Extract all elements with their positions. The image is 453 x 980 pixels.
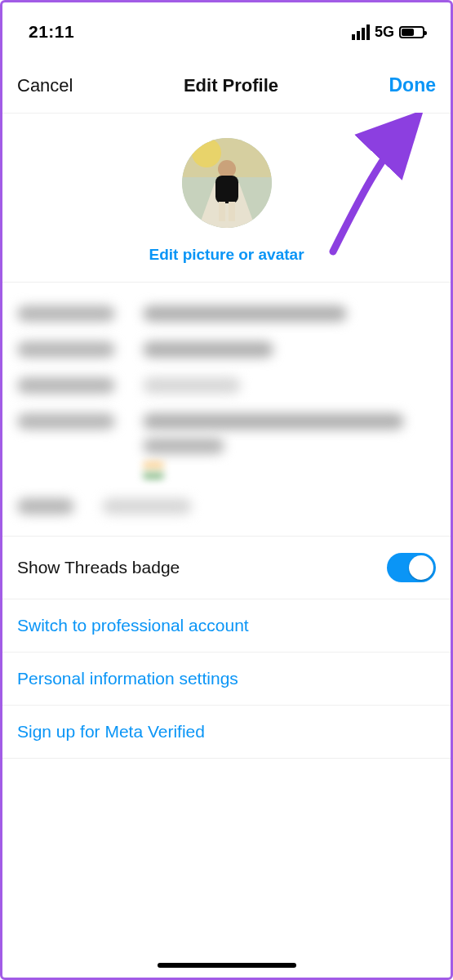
field-row[interactable] — [17, 332, 436, 368]
battery-icon — [399, 26, 424, 38]
row-threads-badge: Show Threads badge — [2, 537, 451, 599]
svg-rect-7 — [215, 176, 238, 203]
home-indicator[interactable] — [158, 963, 296, 968]
nav-bar: Cancel Edit Profile Done — [2, 55, 451, 114]
status-bar: 21:11 5G — [2, 2, 451, 55]
page-title: Edit Profile — [184, 75, 278, 96]
row-switch-professional[interactable]: Switch to professional account — [2, 599, 451, 653]
avatar[interactable] — [182, 138, 272, 228]
field-row[interactable] — [17, 488, 436, 524]
cancel-button[interactable]: Cancel — [17, 75, 73, 96]
network-label: 5G — [375, 24, 394, 41]
avatar-image — [182, 138, 272, 228]
svg-rect-9 — [229, 202, 235, 221]
status-time: 21:11 — [29, 22, 74, 42]
edit-picture-link[interactable]: Edit picture or avatar — [2, 246, 451, 264]
row-label: Switch to professional account — [17, 616, 249, 635]
screen-frame: 21:11 5G Cancel Edit Profile Done — [0, 0, 453, 980]
row-label: Show Threads badge — [17, 558, 180, 577]
field-row[interactable] — [17, 296, 436, 332]
svg-point-3 — [192, 138, 221, 167]
profile-fields-redacted — [2, 283, 451, 537]
row-personal-info[interactable]: Personal information settings — [2, 653, 451, 706]
field-row[interactable] — [17, 368, 436, 403]
row-label: Sign up for Meta Verified — [17, 722, 205, 742]
done-button[interactable]: Done — [389, 74, 436, 96]
cellular-signal-icon — [352, 24, 370, 40]
settings-list: Show Threads badge Switch to professiona… — [2, 537, 451, 759]
threads-badge-toggle[interactable] — [387, 553, 436, 582]
svg-rect-8 — [219, 202, 225, 221]
svg-point-6 — [218, 160, 236, 178]
row-label: Personal information settings — [17, 669, 238, 688]
avatar-section: Edit picture or avatar — [2, 114, 451, 283]
flag-icon — [143, 462, 164, 479]
field-row[interactable] — [17, 403, 436, 488]
row-meta-verified[interactable]: Sign up for Meta Verified — [2, 706, 451, 759]
status-right: 5G — [352, 24, 424, 41]
